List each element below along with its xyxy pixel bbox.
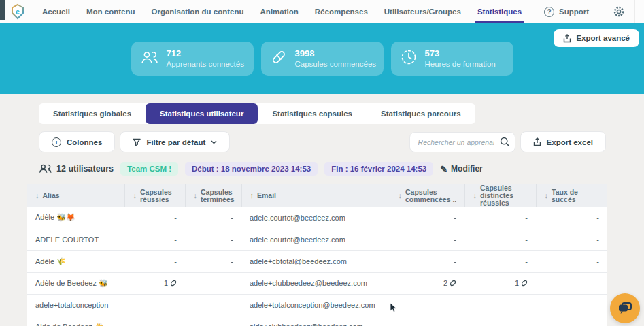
cell-email: adele+totalconception@beedeez.com	[241, 294, 390, 316]
modify-button[interactable]: ✎ Modifier	[440, 164, 483, 174]
cell-capsules_commencees[interactable]: 2	[390, 272, 464, 294]
cell-email: adele+clubbeedeez@beedeez.com	[241, 272, 390, 294]
stats-banner: Export avancé 712Apprenants connectés399…	[0, 23, 644, 94]
columns-button[interactable]: i Colonnes	[39, 131, 115, 152]
beedeez-logo-icon: e	[10, 3, 26, 20]
column-header-capsules_terminees[interactable]: ↓Capsules terminées	[185, 184, 241, 207]
column-header-capsules_commencees[interactable]: ↓Capsules commencées ..	[390, 184, 464, 207]
team-badge[interactable]: Team CSM !	[120, 162, 178, 176]
pencil-icon: ✎	[440, 164, 447, 174]
stat-label: Heures de formation	[425, 60, 496, 69]
table-toolbar: i Colonnes Filtre par défaut	[39, 131, 606, 152]
stat-card-apprenants-connectes[interactable]: 712Apprenants connectés	[131, 42, 254, 76]
question-icon: ?	[544, 7, 554, 17]
cell-capsules_distinctes[interactable]: 1	[464, 272, 536, 294]
export-excel-button[interactable]: Export excel	[520, 131, 606, 152]
sort-down-icon[interactable]: ↓	[194, 192, 198, 199]
gear-icon	[613, 5, 625, 18]
sort-down-icon[interactable]: ↓	[35, 192, 39, 199]
table-header-row: ↓Alias↓Capsules réussies↓Capsules termin…	[27, 184, 607, 207]
capsule-icon	[271, 49, 287, 68]
cell-capsules_commencees: -	[390, 229, 464, 250]
stat-value: 3998	[295, 48, 377, 60]
column-header-capsules_distinctes[interactable]: ↓Capsules distinctes réussies	[464, 184, 536, 207]
table-row[interactable]: adele+totalconception--adele+totalconcep…	[27, 294, 607, 316]
table-row[interactable]: Adèle de Beedeez 🐝1-adele+clubbeedeez@be…	[27, 272, 607, 294]
tab-statistiques-parcours[interactable]: Statistiques parcours	[367, 103, 475, 124]
stat-card-heures-de-formation[interactable]: 573Heures de formation	[391, 42, 513, 76]
user-count: 12 utilisateurs	[39, 164, 114, 174]
nav-item-recompenses[interactable]: Récompenses	[307, 0, 376, 23]
cell-taux_de_succes: -	[536, 229, 607, 250]
start-date-badge[interactable]: Début : 18 novembre 2023 14:53	[185, 162, 318, 176]
link-icon	[170, 280, 177, 287]
support-button[interactable]: ? Support	[530, 0, 603, 23]
cell-email: adele.courtot@beedeez.com	[241, 229, 390, 250]
cell-alias: Adèle 🐝🦊	[27, 207, 124, 229]
sort-up-icon[interactable]: ↑	[250, 192, 254, 199]
chat-bubbles-icon	[617, 301, 632, 315]
info-icon: i	[52, 137, 61, 147]
column-header-email[interactable]: ↑Email	[241, 184, 390, 207]
clock-icon	[401, 49, 417, 68]
cell-alias: Adèle 🌾	[27, 250, 124, 272]
search-icon[interactable]	[500, 137, 510, 150]
cell-email: adele+cbtotal@beedeez.com	[241, 250, 390, 272]
nav-item-statistiques[interactable]: Statistiques	[469, 0, 530, 23]
table-row[interactable]: ADELE COURTOT--adele.courtot@beedeez.com…	[27, 229, 607, 250]
stat-value: 712	[167, 48, 244, 60]
modify-label: Modifier	[451, 164, 483, 174]
column-header-capsules_reussies[interactable]: ↓Capsules réussies	[124, 184, 185, 207]
link-icon	[521, 280, 528, 287]
column-header-taux_de_succes[interactable]: ↓Taux de succès	[536, 184, 607, 207]
nav-item-utilisateurs-groupes[interactable]: Utilisateurs/Groupes	[376, 0, 469, 23]
table-row[interactable]: Aida de Beedeez 👋--aida+clubbeedeez@beed…	[27, 316, 607, 326]
top-navigation-bar: e AccueilMon contenuOrganisation du cont…	[0, 0, 644, 23]
cell-capsules_reussies: -	[124, 207, 185, 229]
stat-card-capsules-commencees[interactable]: 3998Capsules commencées	[261, 42, 384, 76]
cell-capsules_terminees: -	[185, 316, 241, 326]
end-date-badge[interactable]: Fin : 16 février 2024 14:53	[324, 162, 433, 176]
cell-capsules_reussies[interactable]: 1	[124, 272, 185, 294]
filter-label: Filtre par défaut	[146, 138, 205, 146]
sort-down-icon[interactable]: ↓	[399, 192, 403, 199]
tab-statistiques-utilisateur[interactable]: Statistiques utilisateur	[146, 103, 258, 124]
tab-statistiques-globales[interactable]: Statistiques globales	[39, 103, 146, 124]
nav-item-mon-contenu[interactable]: Mon contenu	[78, 0, 143, 23]
table-row[interactable]: Adèle 🐝🦊--adele.courtot@beedeez.com---	[27, 207, 607, 229]
chat-widget-button[interactable]	[610, 293, 640, 323]
export-advanced-button[interactable]: Export avancé	[554, 29, 639, 47]
stat-cards: 712Apprenants connectés3998Capsules comm…	[0, 23, 644, 76]
cell-capsules_terminees: -	[185, 229, 241, 250]
settings-button[interactable]	[603, 0, 634, 23]
column-label: Capsules distinctes réussies	[480, 184, 529, 207]
nav-item-accueil[interactable]: Accueil	[34, 0, 78, 23]
support-label: Support	[559, 7, 589, 16]
nav-item-organisation-du-contenu[interactable]: Organisation du contenu	[143, 0, 252, 23]
column-label: Taux de succès	[552, 189, 600, 203]
sort-down-icon[interactable]: ↓	[545, 192, 549, 199]
hierarchy-button[interactable]	[634, 0, 644, 23]
funnel-icon	[133, 138, 141, 146]
cell-capsules_commencees: -	[390, 294, 464, 316]
tab-statistiques-capsules[interactable]: Statistiques capsules	[258, 103, 367, 124]
cell-taux_de_succes: -	[536, 250, 607, 272]
table-row[interactable]: Adèle 🌾--adele+cbtotal@beedeez.com---	[27, 250, 607, 272]
cell-capsules_reussies: -	[124, 316, 185, 326]
export-icon	[533, 137, 541, 146]
search-field	[409, 132, 515, 152]
cell-alias: ADELE COURTOT	[27, 229, 124, 250]
sort-down-icon[interactable]: ↓	[133, 192, 137, 199]
column-label: Capsules terminées	[201, 189, 235, 203]
column-header-alias[interactable]: ↓Alias	[27, 184, 124, 207]
filter-button[interactable]: Filtre par défaut	[120, 131, 230, 152]
cell-alias: Adèle de Beedeez 🐝	[27, 272, 124, 294]
stats-tabs: Statistiques globalesStatistiques utilis…	[39, 103, 475, 124]
cell-capsules_terminees: -	[185, 207, 241, 229]
cell-capsules_commencees: -	[390, 250, 464, 272]
nav-item-animation[interactable]: Animation	[252, 0, 307, 23]
cell-capsules_distinctes: -	[464, 316, 536, 326]
beedeez-logo[interactable]: e	[0, 0, 34, 23]
chevron-down-icon	[211, 140, 217, 144]
sort-down-icon[interactable]: ↓	[473, 192, 477, 199]
